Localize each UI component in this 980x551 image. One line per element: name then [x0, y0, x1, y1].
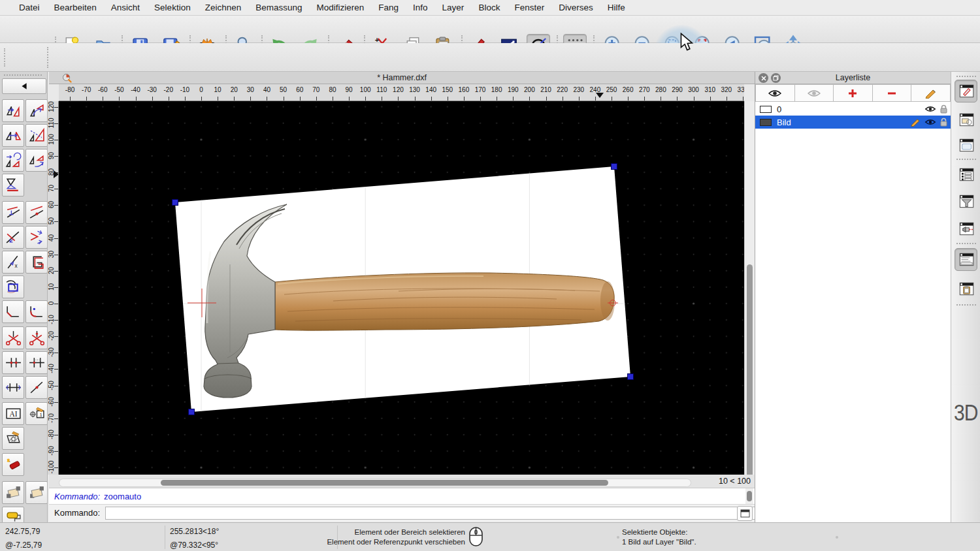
menu-item-zeichnen[interactable]: Zeichnen	[198, 3, 249, 12]
tool-apply-properties[interactable]	[2, 507, 24, 522]
tool-clip-rectangle[interactable]	[2, 276, 24, 298]
menu-item-layer[interactable]: Layer	[435, 3, 472, 12]
tool-split-points[interactable]	[25, 376, 48, 399]
layer-visibility-icon[interactable]	[924, 118, 936, 126]
tool-break-segments-manual[interactable]	[25, 351, 48, 374]
tool-stretch[interactable]: x	[2, 251, 24, 274]
toolbar-drag-handle[interactable]	[4, 48, 7, 67]
edit-layer-button[interactable]	[911, 84, 951, 102]
tool-rotate-multiple[interactable]	[25, 149, 48, 172]
tool-explode[interactable]	[2, 453, 24, 476]
tool-trim[interactable]	[2, 201, 24, 224]
dock-tool-info-button[interactable]	[955, 217, 977, 240]
layer-lock-icon[interactable]	[939, 118, 948, 127]
tool-bevel-lines[interactable]	[25, 226, 48, 249]
dock-layer-list-button[interactable]	[955, 80, 977, 102]
selection-status-value: 1 Bild auf Layer "Bild".	[622, 538, 696, 546]
back-button[interactable]	[2, 78, 46, 94]
tool-divide[interactable]	[2, 326, 24, 349]
tool-divide-remove[interactable]	[25, 326, 48, 349]
layer-row-0[interactable]: 0	[755, 102, 951, 116]
menu-item-hilfe[interactable]: Hilfe	[600, 3, 632, 12]
tool-clip-segment[interactable]	[25, 251, 48, 274]
tool-order-front[interactable]	[2, 481, 24, 504]
history-scrollbar-thumb[interactable]	[747, 491, 752, 501]
menu-item-fang[interactable]: Fang	[371, 3, 406, 12]
menu-item-modifizieren[interactable]: Modifizieren	[310, 3, 372, 12]
canvas-vertical-scrollbar[interactable]	[744, 101, 755, 475]
tool-move-rotate[interactable]	[2, 149, 24, 172]
tool-lengthen[interactable]	[25, 201, 48, 224]
menu-item-fenster[interactable]: Fenster	[507, 3, 551, 12]
selection-handle[interactable]	[628, 374, 634, 380]
horizontal-scrollbar-thumb[interactable]	[161, 480, 608, 486]
dock-property-editor-button[interactable]	[955, 163, 977, 186]
layer-color-swatch[interactable]	[760, 106, 772, 113]
selection-handle[interactable]	[612, 164, 617, 170]
main-toolbar: SVG + +	[0, 16, 980, 43]
canvas-horizontal-scrollbar[interactable]	[59, 479, 691, 487]
command-input[interactable]	[105, 507, 785, 520]
vertical-scrollbar-thumb[interactable]	[747, 264, 753, 481]
show-all-layers-button[interactable]	[755, 84, 795, 102]
tool-scale[interactable]	[25, 124, 48, 147]
canvas-scroll-row: 10 < 100	[49, 475, 755, 488]
menu-item-datei[interactable]: Datei	[12, 3, 47, 12]
dock-selection-filter-button[interactable]	[955, 190, 977, 213]
tool-break-points[interactable]	[2, 376, 24, 399]
tool-flip[interactable]	[2, 174, 24, 197]
dock-command-line-button[interactable]	[955, 248, 977, 271]
command-history-label: Kommando:	[54, 492, 100, 501]
document-title: * Hammer.dxf	[49, 73, 755, 82]
menubar: DateiBearbeitenAnsichtSelektionZeichnenB…	[0, 0, 980, 16]
h-ruler-tick	[185, 97, 186, 101]
dock-drag-handle[interactable]	[956, 76, 976, 77]
command-history[interactable]: Kommando: zoomauto	[49, 488, 755, 504]
add-layer-button[interactable]	[834, 84, 873, 102]
v-ruler-tick	[54, 123, 59, 124]
tool-chamfer[interactable]	[2, 300, 24, 323]
tool-move-copy[interactable]	[2, 99, 24, 122]
layer-visibility-icon[interactable]	[924, 105, 936, 113]
layer-lock-icon[interactable]	[939, 104, 948, 114]
h-ruler-tick	[201, 97, 202, 101]
palette-drag-handle[interactable]	[4, 74, 42, 76]
dock-view-list-button[interactable]	[955, 134, 977, 157]
tool-rotate[interactable]	[25, 99, 48, 122]
history-scrollbar[interactable]	[745, 488, 753, 504]
remove-layer-button[interactable]	[873, 84, 912, 102]
command-history-toggle-button[interactable]	[737, 506, 753, 521]
layer-panel-titlebar[interactable]: Layerliste	[755, 72, 951, 84]
3d-label[interactable]: 3D	[954, 400, 977, 425]
document-titlebar[interactable]: * Hammer.dxf	[49, 72, 755, 84]
tool-edit-hatch[interactable]	[2, 427, 24, 450]
menu-item-bearbeiten[interactable]: Bearbeiten	[47, 3, 104, 12]
tool-trim-both[interactable]	[2, 226, 24, 249]
selection-handle[interactable]	[172, 200, 178, 206]
menu-item-bemassung[interactable]: Bemassung	[248, 3, 309, 12]
layer-edit-icon[interactable]	[910, 118, 921, 127]
tool-break-segments[interactable]	[2, 351, 24, 374]
menu-item-info[interactable]: Info	[406, 3, 435, 12]
selection-handle[interactable]	[189, 409, 195, 415]
h-ruler-tick	[398, 97, 399, 101]
drawing-canvas[interactable]	[59, 101, 744, 475]
v-ruler-tick	[54, 287, 59, 288]
menu-item-ansicht[interactable]: Ansicht	[104, 3, 147, 12]
hide-all-layers-button[interactable]	[795, 84, 834, 102]
dock-clipboard-button[interactable]	[955, 277, 977, 300]
tool-edit-dimension[interactable]: .1	[25, 402, 48, 425]
layer-color-swatch[interactable]	[760, 119, 772, 126]
tool-edit-text[interactable]: AI	[2, 402, 24, 425]
menu-item-block[interactable]: Block	[471, 3, 507, 12]
dock-separator	[956, 243, 976, 244]
layer-row-bild[interactable]: Bild	[755, 116, 951, 129]
menu-item-diverses[interactable]: Diverses	[551, 3, 600, 12]
tool-order-back[interactable]	[25, 481, 48, 504]
h-ruler-tick	[579, 97, 580, 101]
h-ruler-tick	[300, 97, 301, 101]
menu-item-selektion[interactable]: Selektion	[147, 3, 198, 12]
tool-mirror[interactable]	[2, 124, 24, 147]
tool-fillet[interactable]	[25, 300, 48, 323]
dock-block-list-button[interactable]	[955, 108, 977, 131]
